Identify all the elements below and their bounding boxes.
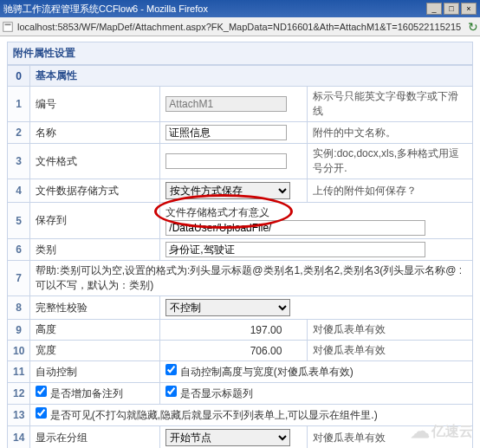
reload-icon[interactable]: ↻ [468,20,478,34]
table-row: 10 宽度 706.00 对傻瓜表单有效 [8,341,473,361]
row-num: 7 [8,261,30,296]
table-row: 9 高度 197.00 对傻瓜表单有效 [8,320,473,341]
category-input[interactable] [165,242,425,257]
row-label: 高度 [30,320,160,341]
name-input[interactable] [165,125,287,140]
row-label: 类别 [30,239,160,261]
row-label: 编号 [30,87,160,122]
table-row: 4 文件数据存储方式 按文件方式保存 上传的附件如何保存？ [8,179,473,203]
height-value: 197.00 [165,324,287,336]
address-bar[interactable]: localhost:5853/WF/MapDef/Attachment.aspx… [0,17,480,36]
row-desc: 标示号只能英文字母数字或下滑线 [308,87,473,122]
width-value: 706.00 [165,345,287,357]
table-row: 14 显示在分组 开始节点 对傻瓜表单有效 [8,426,473,449]
row-num: 5 [8,203,30,239]
save-to-hint: 文件存储格式才有意义 [165,205,467,220]
header-basic-label: 基本属性 [30,66,473,87]
window-controls: _ □ × [426,3,477,15]
show-title-label: 是否显示标题列 [180,387,253,399]
section-title: 附件属性设置 [7,42,473,65]
header-basic: 0 基本属性 [8,66,473,87]
visible-label: 是否可见(不打勾就隐藏,隐藏后就显示不到列表单上,可以显示在组件里.) [50,409,378,421]
header-num: 0 [8,66,30,87]
close-button[interactable]: × [461,3,477,15]
row-label: 自动控制 [30,361,160,383]
show-title-checkbox[interactable] [165,386,177,397]
table-row: 11 自动控制 自动控制高度与宽度(对傻瓜表单有效) [8,361,473,383]
watermark-text: 亿速云 [431,423,473,441]
row-desc: 实例:doc,docx,xls,多种格式用逗号分开. [308,144,473,179]
auto-control-checkbox[interactable] [165,364,177,375]
auto-control-label: 自动控制高度与宽度(对傻瓜表单有效) [180,366,354,378]
url-text: localhost:5853/WF/MapDef/Attachment.aspx… [17,22,464,32]
svg-rect-0 [3,22,13,31]
table-row: 13 是否可见(不打勾就隐藏,隐藏后就显示不到列表单上,可以显示在组件里.) [8,405,473,426]
svg-rect-1 [5,23,11,25]
row-num: 8 [8,296,30,320]
table-row: 5 保存到 文件存储格式才有意义 [8,203,473,239]
table-row: 8 完整性校验 不控制 [8,296,473,320]
row-num: 2 [8,122,30,144]
watermark: ☁ 亿速云 [411,420,473,443]
row-label: 文件格式 [30,144,160,179]
note-column-checkbox[interactable] [36,386,47,397]
row-desc: 上传的附件如何保存？ [308,179,473,203]
window-title: 驰骋工作流程管理系统CCFlow6 - Mozilla Firefox [3,3,208,16]
id-input[interactable] [165,96,287,112]
row-desc: 对傻瓜表单有效 [308,341,473,361]
row-label: 名称 [30,122,160,144]
row-desc: 附件的中文名称。 [308,122,473,144]
group-select[interactable]: 开始节点 [165,429,290,446]
table-row: 3 文件格式 实例:doc,docx,xls,多种格式用逗号分开. [8,144,473,179]
row-num: 13 [8,405,30,426]
help-text: 帮助:类别可以为空,设置的格式为:列头显示标题@类别名1,类别名2,类别名3(列… [30,261,473,296]
row-num: 4 [8,179,30,203]
maximize-button[interactable]: □ [444,3,459,15]
row-label: 是否增加备注列 [50,387,123,399]
content-area: 附件属性设置 0 基本属性 1 编号 标示号只能英文字母数字或下滑线 2 名称 … [0,36,480,448]
file-format-input[interactable] [165,153,287,169]
storage-mode-select[interactable]: 按文件方式保存 [165,182,290,199]
table-row: 7 帮助:类别可以为空,设置的格式为:列头显示标题@类别名1,类别名2,类别名3… [8,261,473,296]
row-num: 6 [8,239,30,261]
row-label: 完整性校验 [30,296,160,320]
row-num: 11 [8,361,30,383]
save-to-input[interactable] [165,220,425,236]
window-titlebar: 驰骋工作流程管理系统CCFlow6 - Mozilla Firefox _ □ … [0,0,480,17]
row-num: 3 [8,144,30,179]
row-label: 保存到 [30,203,160,239]
table-row: 1 编号 标示号只能英文字母数字或下滑线 [8,87,473,122]
minimize-button[interactable]: _ [426,3,442,15]
integrity-select[interactable]: 不控制 [165,299,290,316]
table-row: 2 名称 附件的中文名称。 [8,122,473,144]
table-row: 6 类别 [8,239,473,261]
row-num: 10 [8,341,30,361]
page-icon [2,21,14,33]
properties-table: 0 基本属性 1 编号 标示号只能英文字母数字或下滑线 2 名称 附件的中文名称… [7,65,473,448]
row-desc: 对傻瓜表单有效 [308,320,473,341]
table-row: 12 是否增加备注列 是否显示标题列 [8,383,473,405]
row-num: 14 [8,426,30,449]
row-num: 12 [8,383,30,405]
row-num: 9 [8,320,30,341]
visible-checkbox[interactable] [36,407,47,419]
row-label: 文件数据存储方式 [30,179,160,203]
row-label: 显示在分组 [30,426,160,449]
row-num: 1 [8,87,30,122]
cloud-icon: ☁ [411,420,430,443]
row-label: 宽度 [30,341,160,361]
